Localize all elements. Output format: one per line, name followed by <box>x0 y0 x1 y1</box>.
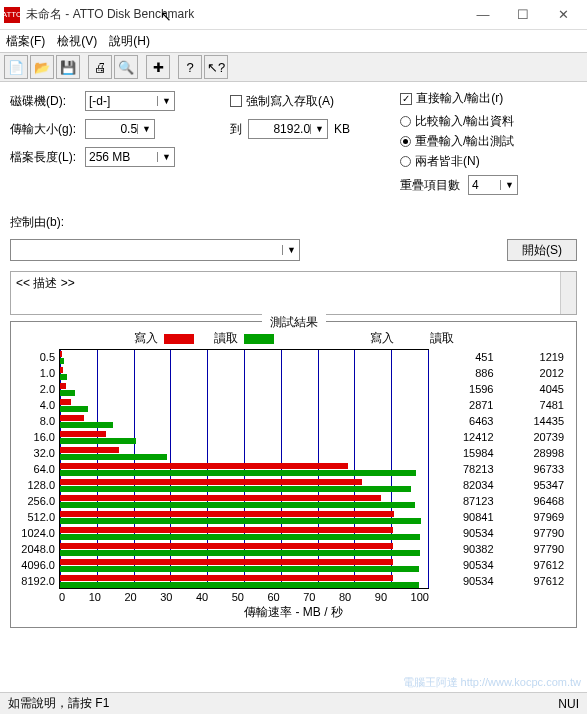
to-label: 到 <box>230 121 242 138</box>
radio-overlap-label: 重疊輸入/輸出測試 <box>415 133 514 150</box>
toolbar: 📄 📂 💾 🖨 🔍 ✚ ? ↖? <box>0 52 587 82</box>
radio-icon <box>400 116 411 127</box>
y-tick-label: 512.0 <box>17 509 55 525</box>
maximize-button[interactable]: ☐ <box>503 3 543 27</box>
drive-select[interactable]: [-d-]▼ <box>85 91 175 111</box>
control-select[interactable]: ▼ <box>10 239 300 261</box>
description-textarea[interactable]: << 描述 >> <box>10 271 577 315</box>
write-value: 87123 <box>429 493 494 509</box>
y-tick-label: 256.0 <box>17 493 55 509</box>
description-text: << 描述 >> <box>16 276 75 290</box>
chevron-down-icon: ▼ <box>282 245 296 255</box>
read-value: 2012 <box>500 365 565 381</box>
scrollbar[interactable] <box>560 272 576 314</box>
control-label: 控制由(b): <box>10 214 64 231</box>
save-icon[interactable]: 💾 <box>56 55 80 79</box>
xfer-from-select[interactable]: 0.5▼ <box>85 119 155 139</box>
bar-row <box>60 366 428 382</box>
read-value: 97612 <box>500 557 565 573</box>
x-tick-label: 100 <box>411 591 429 603</box>
read-value: 7481 <box>500 397 565 413</box>
write-value: 2871 <box>429 397 494 413</box>
open-icon[interactable]: 📂 <box>30 55 54 79</box>
read-value: 4045 <box>500 381 565 397</box>
read-value: 96468 <box>500 493 565 509</box>
x-axis-ticks: 0102030405060708090100 <box>59 591 429 603</box>
bar-row <box>60 462 428 478</box>
bar-row <box>60 478 428 494</box>
write-value: 6463 <box>429 413 494 429</box>
status-bar: 如需說明，請按 F1 NUI <box>0 692 587 714</box>
close-button[interactable]: ✕ <box>543 3 583 27</box>
write-value: 90841 <box>429 509 494 525</box>
force-write-checkbox[interactable]: 強制寫入存取(A) <box>230 93 334 110</box>
menu-file[interactable]: 檔案(F) <box>6 33 45 50</box>
whatsthis-icon[interactable]: ↖? <box>204 55 228 79</box>
radio-icon <box>400 156 411 167</box>
write-bar <box>60 527 393 533</box>
direct-io-checkbox[interactable]: ✓ 直接輸入/輸出(r) <box>400 90 577 107</box>
start-button[interactable]: 開始(S) <box>507 239 577 261</box>
help-icon[interactable]: ? <box>178 55 202 79</box>
window-title: 未命名 - ATTO Disk Benchmark <box>26 6 463 23</box>
y-tick-label: 2.0 <box>17 381 55 397</box>
col-write-header: 寫入 <box>354 330 394 347</box>
read-bar <box>60 486 411 492</box>
y-axis-labels: 0.51.02.04.08.016.032.064.0128.0256.0512… <box>17 349 59 589</box>
y-tick-label: 1024.0 <box>17 525 55 541</box>
radio-neither-label: 兩者皆非(N) <box>415 153 480 170</box>
bar-row <box>60 350 428 366</box>
read-bar <box>60 390 75 396</box>
bar-row <box>60 382 428 398</box>
legend-write-label: 寫入 <box>134 330 158 347</box>
write-value: 82034 <box>429 477 494 493</box>
read-bar <box>60 566 419 572</box>
status-right-text: NUI <box>558 697 579 711</box>
bar-row <box>60 430 428 446</box>
bar-row <box>60 494 428 510</box>
write-bar <box>60 415 84 421</box>
filelen-value: 256 MB <box>89 150 130 164</box>
read-value: 1219 <box>500 349 565 365</box>
write-value: 90534 <box>429 557 494 573</box>
radio-compare[interactable]: 比較輸入/輸出資料 <box>400 113 577 130</box>
radio-overlap[interactable]: 重疊輸入/輸出測試 <box>400 133 577 150</box>
minimize-button[interactable]: — <box>463 3 503 27</box>
preview-icon[interactable]: 🔍 <box>114 55 138 79</box>
read-value: 97790 <box>500 541 565 557</box>
write-bar <box>60 575 393 581</box>
add-icon[interactable]: ✚ <box>146 55 170 79</box>
menu-help[interactable]: 說明(H) <box>109 33 150 50</box>
read-bar <box>60 582 419 588</box>
overlap-count-select[interactable]: 4▼ <box>468 175 518 195</box>
x-tick-label: 30 <box>160 591 172 603</box>
xfer-from-value: 0.5 <box>120 122 137 136</box>
settings-panel: 磁碟機(D): [-d-]▼ 傳輸大小(g): 0.5▼ 檔案長度(L): 25… <box>0 82 587 210</box>
xfer-to-select[interactable]: 8192.0▼ <box>248 119 328 139</box>
menu-view[interactable]: 檢視(V) <box>57 33 97 50</box>
write-value: 451 <box>429 349 494 365</box>
new-icon[interactable]: 📄 <box>4 55 28 79</box>
title-bar: ATTO 未命名 - ATTO Disk Benchmark — ☐ ✕ <box>0 0 587 30</box>
print-icon[interactable]: 🖨 <box>88 55 112 79</box>
y-tick-label: 0.5 <box>17 349 55 365</box>
x-axis-label: 傳輸速率 - MB / 秒 <box>17 604 570 621</box>
read-bar <box>60 470 416 476</box>
read-bar <box>60 534 420 540</box>
radio-neither[interactable]: 兩者皆非(N) <box>400 153 577 170</box>
filelen-select[interactable]: 256 MB▼ <box>85 147 175 167</box>
radio-checked-icon <box>400 136 411 147</box>
filelen-label: 檔案長度(L): <box>10 149 85 166</box>
direct-io-label: 直接輸入/輸出(r) <box>416 90 503 107</box>
chart-plot-area <box>59 349 429 589</box>
write-bar <box>60 431 106 437</box>
legend-read-swatch <box>244 334 274 344</box>
write-bar <box>60 447 119 453</box>
read-value: 97790 <box>500 525 565 541</box>
read-bar <box>60 550 420 556</box>
bar-row <box>60 526 428 542</box>
overlap-count-label: 重疊項目數 <box>400 177 460 194</box>
read-bar <box>60 438 136 444</box>
y-tick-label: 1.0 <box>17 365 55 381</box>
write-bar <box>60 399 71 405</box>
